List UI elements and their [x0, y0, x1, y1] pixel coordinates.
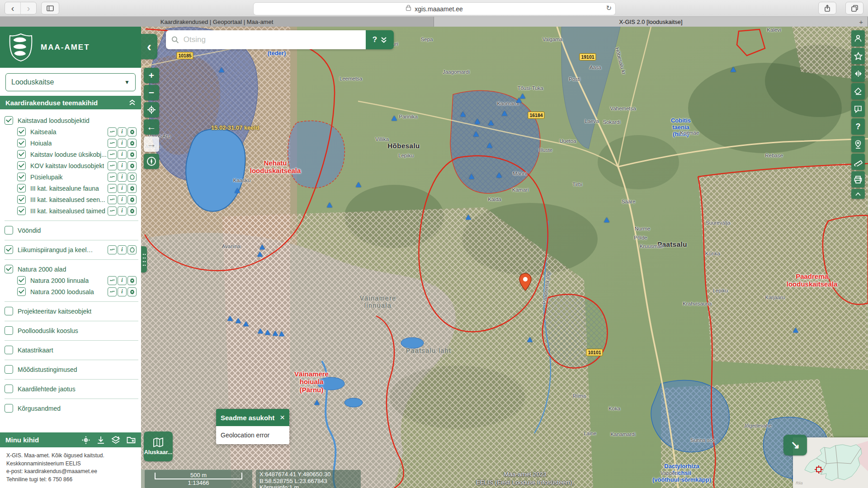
zoom-out-button[interactable]: −: [144, 85, 159, 100]
basemap-button[interactable]: Aluskaar...: [144, 432, 173, 461]
layer-checkbox[interactable]: [17, 195, 26, 204]
swipe-compare-button[interactable]: [851, 66, 865, 82]
layer-checkbox[interactable]: [5, 326, 13, 335]
observation-marker-icon[interactable]: [235, 188, 240, 193]
legend-icon[interactable]: [108, 287, 117, 296]
legend-icon[interactable]: [108, 245, 117, 254]
layer-checkbox[interactable]: [5, 226, 13, 235]
layer-checkbox[interactable]: [5, 365, 13, 374]
layer-checkbox[interactable]: [17, 184, 26, 192]
next-extent-button[interactable]: →: [144, 136, 159, 152]
observation-marker-icon[interactable]: [496, 173, 502, 178]
observation-marker-icon[interactable]: [259, 244, 265, 249]
new-tab-button[interactable]: +: [859, 18, 863, 26]
observation-marker-icon[interactable]: [265, 330, 270, 335]
observation-marker-icon[interactable]: [356, 182, 361, 187]
legend-icon[interactable]: [108, 184, 117, 193]
browser-back-button[interactable]: ‹: [5, 2, 21, 14]
pan-to-icon[interactable]: [81, 436, 90, 445]
sidebar-collapse-button[interactable]: ‹: [141, 34, 157, 59]
legend-icon[interactable]: [108, 173, 117, 182]
measure-button[interactable]: [851, 154, 865, 170]
layer-checkbox[interactable]: [5, 385, 13, 393]
layer-checkbox[interactable]: [17, 150, 26, 159]
observation-marker-icon[interactable]: [469, 174, 474, 179]
download-icon[interactable]: [97, 436, 105, 445]
double-chevron-down-icon[interactable]: [381, 37, 387, 43]
gear-icon[interactable]: [127, 150, 137, 159]
search-help-button[interactable]: ?: [373, 35, 377, 44]
reload-icon[interactable]: ↻: [606, 4, 612, 12]
info-icon[interactable]: i: [118, 206, 127, 216]
layer-checkbox[interactable]: [5, 404, 13, 413]
observation-marker-icon[interactable]: [327, 202, 332, 207]
panel-drag-handle[interactable]: [141, 246, 147, 272]
search-input[interactable]: [183, 35, 360, 45]
gear-icon[interactable]: [127, 276, 137, 285]
gear-icon[interactable]: [127, 173, 137, 182]
print-button[interactable]: [851, 171, 865, 188]
browser-forward-button[interactable]: ›: [21, 2, 36, 14]
toolbar-collapse-button[interactable]: [851, 189, 865, 199]
tab-geoportaal[interactable]: Kaardirakendused | Geoportaal | Maa-amet: [0, 17, 434, 27]
legend-icon[interactable]: [108, 206, 117, 216]
observation-marker-icon[interactable]: [466, 215, 471, 220]
add-folder-icon[interactable]: [127, 436, 136, 444]
legend-icon[interactable]: [108, 150, 117, 159]
search-box[interactable]: [166, 30, 366, 49]
gear-icon[interactable]: [127, 287, 137, 296]
layers-add-icon[interactable]: [111, 436, 120, 445]
info-icon[interactable]: i: [118, 287, 127, 296]
sidebar-toggle-button[interactable]: [41, 2, 59, 14]
observation-marker-icon[interactable]: [273, 331, 278, 336]
locate-address-button[interactable]: [851, 136, 865, 152]
gear-icon[interactable]: [127, 195, 137, 204]
layer-checkbox[interactable]: [17, 173, 26, 181]
observation-marker-icon[interactable]: [279, 331, 284, 336]
observation-marker-icon[interactable]: [731, 67, 736, 72]
share-button[interactable]: [818, 2, 836, 14]
map-canvas[interactable]: Lyrurus tetrix (teder)Cobitis taenia (hi…: [141, 27, 868, 488]
compass-button[interactable]: [144, 154, 159, 169]
info-icon[interactable]: i: [118, 276, 127, 285]
tabs-overview-button[interactable]: [845, 2, 863, 14]
layer-checkbox[interactable]: [5, 346, 13, 354]
observation-marker-icon[interactable]: [604, 217, 609, 222]
layer-checkbox[interactable]: [5, 265, 13, 273]
observation-marker-icon[interactable]: [527, 337, 533, 342]
observation-marker-icon[interactable]: [460, 112, 466, 117]
info-icon[interactable]: i: [118, 161, 127, 170]
info-icon[interactable]: i: [118, 139, 127, 148]
info-icon[interactable]: i: [118, 127, 127, 136]
info-icon[interactable]: i: [118, 245, 127, 254]
layer-checkbox[interactable]: [17, 206, 26, 215]
observation-marker-icon[interactable]: [258, 328, 263, 333]
erase-button[interactable]: [851, 83, 865, 99]
info-icon[interactable]: i: [118, 184, 127, 193]
info-icon[interactable]: i: [118, 173, 127, 182]
observation-marker-icon[interactable]: [793, 328, 798, 333]
bookmarks-button[interactable]: [851, 48, 865, 64]
observation-marker-icon[interactable]: [257, 252, 263, 257]
observation-marker-icon[interactable]: [473, 131, 479, 136]
info-icon[interactable]: i: [118, 150, 127, 159]
gear-icon[interactable]: [127, 184, 137, 193]
observation-marker-icon[interactable]: [520, 94, 525, 99]
zoom-in-button[interactable]: +: [144, 68, 159, 83]
layer-checkbox[interactable]: [5, 245, 13, 254]
application-dropdown[interactable]: Looduskaitse ▼: [5, 73, 136, 91]
geolocate-button[interactable]: [144, 102, 159, 117]
legend-icon[interactable]: [108, 127, 117, 136]
layer-checkbox[interactable]: [5, 307, 13, 315]
gear-icon[interactable]: [127, 161, 137, 170]
observation-marker-icon[interactable]: [219, 67, 224, 72]
observation-marker-icon[interactable]: [488, 120, 494, 125]
observation-marker-icon[interactable]: [392, 116, 397, 121]
observation-marker-icon[interactable]: [502, 111, 507, 116]
previous-extent-button[interactable]: ←: [144, 119, 159, 135]
layer-checkbox[interactable]: [5, 116, 13, 125]
observation-marker-icon[interactable]: [236, 318, 241, 323]
info-icon[interactable]: i: [118, 195, 127, 204]
close-icon[interactable]: ×: [280, 413, 285, 422]
observation-marker-icon[interactable]: [487, 143, 492, 148]
